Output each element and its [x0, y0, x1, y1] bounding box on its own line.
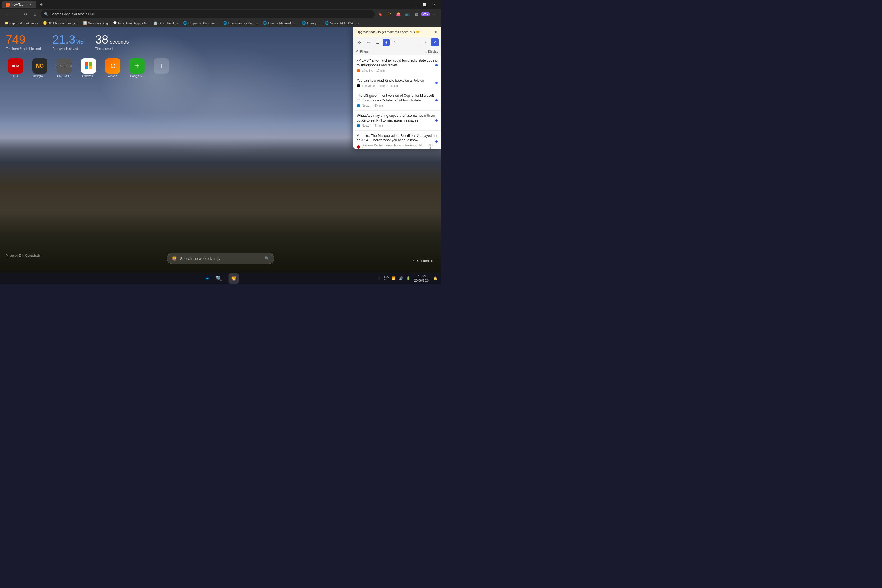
bookmark-xda[interactable]: 🟡 XDA featured image... [41, 20, 80, 26]
taskbar-divider [226, 275, 226, 282]
feeder-article-3[interactable]: The US government version of Copilot for… [353, 90, 441, 111]
home-button[interactable]: ⌂ [31, 10, 39, 18]
system-tray: ^ ENGINTL 📶 🔊 🔋 [376, 275, 412, 282]
bookmark-skype[interactable]: 💬 Results in Skype - M... [111, 20, 150, 26]
bookmark-imported[interactable]: 📁 Imported bookmarks [2, 20, 40, 26]
article-3-source: Neowin [362, 104, 371, 107]
maximize-button[interactable]: ⬜ [420, 1, 429, 9]
tray-notification-button[interactable]: 🔔 [432, 275, 439, 282]
forward-button[interactable]: › [12, 10, 20, 18]
article-1-time: · 17 min [375, 69, 385, 72]
active-tab[interactable]: New Tab ✕ [2, 1, 36, 9]
article-2-title: You can now read Kindle books on a Pelot… [357, 78, 438, 83]
cast-button[interactable]: 📺 [404, 10, 411, 18]
bookmark-icon: 🟡 [43, 21, 47, 25]
feeder-article-4[interactable]: WhatsApp may bring support for usernames… [353, 111, 441, 130]
sidebar-button[interactable]: ⊟ [412, 10, 420, 18]
new-tab-button[interactable]: + [38, 1, 45, 9]
feeder-articles-list: xMEMS "fan-on-a-chip" could bring solid-… [353, 56, 441, 149]
feeder-article-5[interactable]: Vampire: The Masquerade – Bloodlines 2 d… [353, 130, 441, 149]
bookmark-button[interactable]: 🔖 [376, 10, 384, 18]
bookmark-label: Windows Blog [88, 21, 108, 25]
tab-close-button[interactable]: ✕ [28, 2, 33, 7]
taskbar-brave-button[interactable]: 🦁 [229, 273, 239, 284]
feeder-list-button[interactable]: ☰ [374, 39, 382, 46]
tray-sound-icon[interactable]: 🔊 [398, 275, 405, 282]
feeder-settings-button[interactable]: ⚙ [356, 39, 363, 46]
bookmark-label: News | MSI USA [330, 21, 353, 25]
bookmark-icon: 🌐 [302, 21, 306, 25]
tab-label: New Tab [11, 3, 24, 6]
back-button[interactable]: ‹ [2, 10, 10, 18]
bookmark-homep[interactable]: 🌐 Homep... [300, 20, 322, 26]
article-1-meta: Liliputing · 17 min [357, 69, 438, 72]
bookmark-discussions[interactable]: 🌐 Discussions - Micro... [221, 20, 260, 26]
feeder-display-right: ↓ Display [425, 50, 438, 53]
feeder-close-button[interactable]: ✕ [434, 30, 438, 34]
wallet-button[interactable]: 👛 [394, 10, 402, 18]
search-bar[interactable]: 🦁 Search the web privately 🔍 [167, 253, 274, 264]
feeder-article-1[interactable]: xMEMS "fan-on-a-chip" could bring solid-… [353, 56, 441, 75]
menu-button[interactable]: ≡ [431, 10, 439, 18]
shortcut-ip[interactable]: 192.168.1.1 192.168.1.1 [54, 58, 74, 78]
feeder-add-button[interactable]: + [422, 39, 430, 46]
feeder-star-button[interactable]: ☆ [391, 39, 399, 46]
tray-lang-label: ENGINTL [384, 276, 389, 281]
article-3-unread-dot [435, 99, 438, 102]
bookmark-office-insiders[interactable]: 🏢 Office Insiders [151, 20, 180, 26]
feeder-article-2[interactable]: You can now read Kindle books on a Pelot… [353, 75, 441, 91]
taskbar-brave-icon: 🦁 [231, 275, 237, 282]
taskbar-search-button[interactable]: 🔍 [214, 273, 224, 284]
article-4-time: · 43 min [373, 124, 383, 127]
taskbar-right: ^ ENGINTL 📶 🔊 🔋 18:59 20/08/2024 🔔 [376, 274, 439, 282]
feeder-toolbar: ⚙ ✏ ☰ 6 ☆ + ✓ [353, 38, 441, 48]
feeder-edit-button[interactable]: ✏ [364, 39, 373, 46]
address-bar[interactable]: 🔍 Search Google or type a URL [41, 10, 375, 18]
article-4-source-icon [357, 124, 360, 128]
shortcut-add[interactable]: + [152, 58, 171, 78]
system-clock[interactable]: 18:59 20/08/2024 [413, 274, 431, 282]
tray-lang-button[interactable]: ENGINTL [383, 275, 390, 282]
clock-date: 20/08/2024 [414, 279, 430, 282]
bookmarks-more-button[interactable]: » [356, 21, 360, 26]
refresh-button[interactable]: ↻ [21, 10, 29, 18]
feeder-check-button[interactable]: ✓ [431, 39, 439, 46]
bookmark-label: Discussions - Micro... [228, 21, 258, 25]
tab-favicon [6, 3, 10, 6]
article-5-source-icon [357, 145, 360, 149]
customize-button[interactable]: ✦ Customize [410, 258, 435, 264]
bookmark-home-ms[interactable]: 🌐 Home - Microsoft 3... [261, 20, 299, 26]
tray-battery-icon[interactable]: 🔋 [405, 275, 412, 282]
time-label: Time saved [95, 47, 129, 51]
shortcut-ip-label: 192.168.1.1 [57, 75, 72, 78]
shortcut-amazon[interactable]: Armazen... [79, 58, 98, 78]
feeder-filters-left: ⚟ Filters [356, 50, 369, 53]
minimize-button[interactable]: — [411, 1, 420, 9]
shield-button[interactable]: 🛡 [385, 10, 393, 18]
window-controls: — ⬜ ✕ [411, 1, 439, 9]
bookmark-windows-blog[interactable]: 🪟 Windows Blog [81, 20, 110, 26]
start-button[interactable]: ⊞ [202, 273, 213, 284]
shortcut-newgrounds[interactable]: NG Newgrou... [30, 58, 50, 78]
bookmark-corp-commun[interactable]: 🌐 Corporate Commun... [181, 20, 220, 26]
xda-icon: XDA [8, 58, 23, 74]
article-3-time: · 29 min [373, 104, 383, 107]
shortcut-airtable[interactable]: ⬡ Airtable [103, 58, 123, 78]
tray-expand-button[interactable]: ^ [376, 275, 382, 282]
shortcut-google-slides[interactable]: + Google S... [127, 58, 147, 78]
close-button[interactable]: ✕ [430, 1, 439, 9]
article-5-source: Windows Central · News, Forums, Reviews,… [362, 144, 426, 149]
vpn-badge[interactable]: VPN [422, 12, 430, 16]
bookmark-label: Results in Skype - M... [118, 21, 149, 25]
newgrounds-icon: NG [32, 58, 48, 74]
search-magnifier-icon: 🔍 [265, 256, 269, 261]
shortcut-xda[interactable]: XDA XDA [6, 58, 26, 78]
article-1-title: xMEMS "fan-on-a-chip" could bring solid-… [357, 58, 438, 68]
bookmark-label: Home - Microsoft 3... [268, 21, 297, 25]
bookmark-icon: 🪟 [83, 21, 87, 25]
tray-wifi-icon[interactable]: 📶 [390, 275, 397, 282]
feeder-upgrade-banner[interactable]: Upgrade today to get more of Feeder Plus… [353, 27, 441, 38]
bookmark-msi[interactable]: 🌐 News | MSI USA [322, 20, 356, 26]
windows-icon: ⊞ [205, 275, 210, 282]
article-3-source-icon [357, 104, 360, 107]
